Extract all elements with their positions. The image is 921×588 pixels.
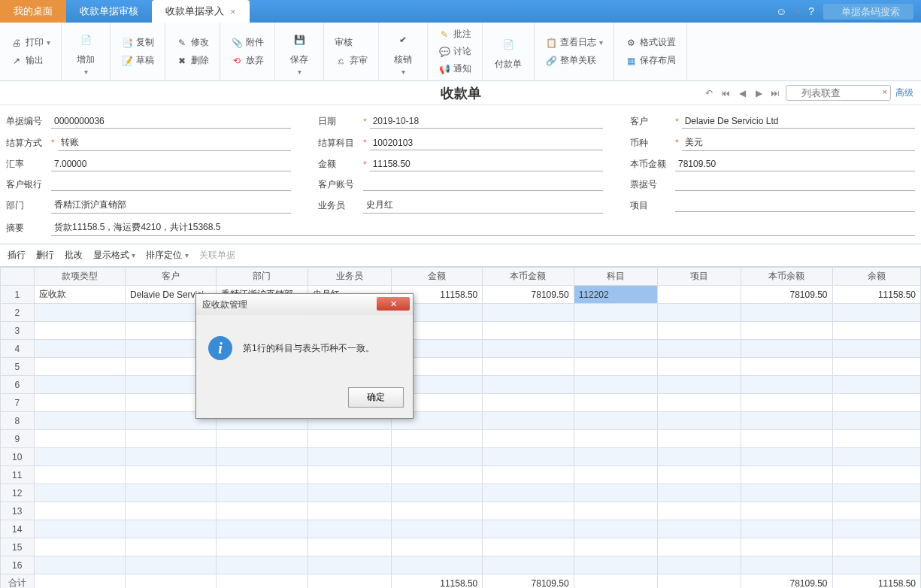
error-dialog: 应收款管理 ✕ i 第1行的科目与表头币种不一致。 确定 <box>195 293 414 419</box>
dialog-ok-button[interactable]: 确定 <box>348 387 404 408</box>
dialog-message: 第1行的科目与表头币种不一致。 <box>243 342 374 355</box>
dialog-title: 应收款管理 ✕ <box>196 294 413 315</box>
info-icon: i <box>208 336 232 360</box>
dialog-overlay: 应收款管理 ✕ i 第1行的科目与表头币种不一致。 确定 <box>0 0 921 588</box>
dialog-close-button[interactable]: ✕ <box>377 297 410 311</box>
